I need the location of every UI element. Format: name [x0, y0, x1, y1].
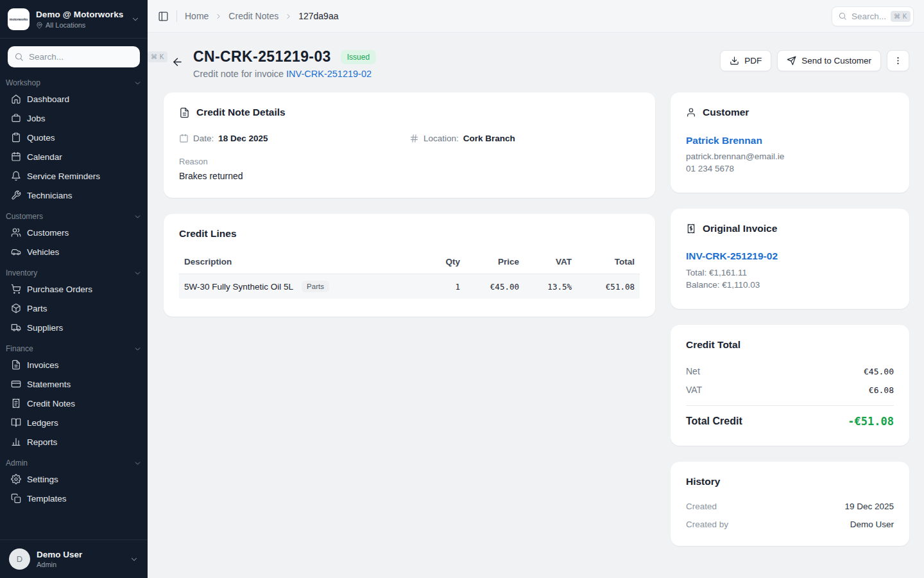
section-finance[interactable]: Finance	[5, 337, 142, 355]
line-description: 5W-30 Fully Synthetic Oil 5L	[184, 282, 293, 292]
sidebar-item-credit-notes[interactable]: Credit Notes	[5, 394, 142, 413]
truck-icon	[11, 322, 21, 333]
section-label: Inventory	[6, 268, 37, 277]
sidebar-item-customers[interactable]: Customers	[5, 223, 142, 242]
sidebar-item-purchase-orders[interactable]: Purchase Orders	[5, 279, 142, 299]
section-admin[interactable]: Admin	[5, 451, 142, 469]
breadcrumb-credit-notes[interactable]: Credit Notes	[228, 11, 278, 21]
sidebar-item-label: Technicians	[27, 191, 73, 200]
org-name: Demo @ Motorworks	[36, 10, 124, 19]
sidebar-item-label: Reports	[27, 437, 57, 447]
app-root: motorworks Demo @ Motorworks All Locatio…	[0, 0, 924, 578]
total-credit-row: Total Credit -€51.08	[686, 415, 894, 428]
chevron-right-icon	[214, 12, 223, 21]
sidebar-item-label: Invoices	[27, 360, 59, 370]
credit-note-details-card: Credit Note Details Date: 18 Dec 2025 Lo…	[164, 92, 655, 198]
sidebar-item-ledgers[interactable]: Ledgers	[5, 413, 142, 432]
credit-lines-card: Credit Lines Description Qty Price VAT T…	[164, 214, 655, 317]
org-logo: motorworks	[8, 8, 30, 30]
sidebar-item-templates[interactable]: Templates	[5, 489, 142, 508]
sidebar-item-label: Quotes	[27, 133, 55, 143]
wrench-icon	[11, 190, 21, 200]
page-content: CN-CRK-251219-03 Issued Credit note for …	[148, 33, 924, 578]
card-title: Credit Total	[686, 339, 740, 351]
section-label: Workshop	[6, 78, 40, 87]
card-title: Original Invoice	[703, 223, 777, 234]
user-info: Demo User Admin	[37, 550, 123, 568]
global-search[interactable]: Search... ⌘ K	[832, 6, 914, 26]
col-price: Price	[460, 257, 519, 267]
back-button[interactable]	[171, 56, 184, 68]
sidebar: motorworks Demo @ Motorworks All Locatio…	[0, 0, 148, 578]
breadcrumb-home[interactable]: Home	[185, 11, 209, 21]
created-by-row: Created by Demo User	[686, 520, 894, 529]
sidebar-item-label: Calendar	[27, 152, 62, 162]
sidebar-item-suppliers[interactable]: Suppliers	[5, 318, 142, 337]
sidebar-item-invoices[interactable]: Invoices	[5, 355, 142, 374]
sidebar-item-label: Dashboard	[27, 94, 69, 104]
bell-icon	[11, 171, 21, 181]
col-description: Description	[184, 257, 415, 267]
download-icon	[730, 56, 739, 66]
car-icon	[11, 247, 21, 257]
sidebar-item-dashboard[interactable]: Dashboard	[5, 89, 142, 109]
section-inventory[interactable]: Inventory	[5, 261, 142, 279]
gear-icon	[11, 474, 21, 484]
sidebar-item-technicians[interactable]: Technicians	[5, 186, 142, 205]
clipboard-icon	[11, 132, 21, 143]
pdf-button[interactable]: PDF	[720, 50, 771, 71]
sidebar-item-parts[interactable]: Parts	[5, 299, 142, 318]
sidebar-nav: Workshop Dashboard Jobs Quotes Calendar	[0, 70, 148, 539]
sidebar-item-label: Templates	[27, 494, 67, 504]
panel-left-icon	[158, 11, 169, 22]
sidebar-search-input[interactable]	[29, 52, 142, 62]
sidebar-item-reports[interactable]: Reports	[5, 432, 142, 451]
chevron-down-icon	[133, 345, 142, 353]
send-icon	[787, 56, 796, 66]
section-label: Customers	[6, 212, 43, 221]
created-label: Created	[686, 502, 717, 511]
col-vat: VAT	[519, 257, 572, 267]
calendar-icon	[11, 152, 21, 162]
section-customers[interactable]: Customers	[5, 205, 142, 223]
sidebar-item-jobs[interactable]: Jobs	[5, 109, 142, 128]
more-actions-button[interactable]	[887, 50, 909, 71]
net-value: €45.00	[864, 367, 894, 376]
sidebar-item-quotes[interactable]: Quotes	[5, 128, 142, 147]
card-title: History	[686, 476, 720, 487]
sidebar-item-service-reminders[interactable]: Service Reminders	[5, 166, 142, 186]
card-title: Credit Lines	[179, 228, 237, 240]
sidebar-toggle-button[interactable]	[158, 11, 169, 22]
home-icon	[11, 94, 21, 104]
credit-lines-table: Description Qty Price VAT Total 5W-30 Fu…	[179, 251, 640, 299]
sidebar-search[interactable]: ⌘ K	[8, 46, 140, 67]
user-menu[interactable]: D Demo User Admin	[0, 539, 148, 578]
org-switcher[interactable]: motorworks Demo @ Motorworks All Locatio…	[0, 0, 148, 39]
page-title: CN-CRK-251219-03	[193, 48, 331, 66]
location-label: Location:	[424, 134, 459, 143]
sidebar-item-calendar[interactable]: Calendar	[5, 147, 142, 166]
date-value: 18 Dec 2025	[218, 134, 268, 143]
sidebar-item-label: Ledgers	[27, 418, 58, 428]
send-to-customer-button[interactable]: Send to Customer	[777, 50, 881, 71]
customer-phone: 01 234 5678	[686, 164, 894, 173]
vat-label: VAT	[686, 385, 702, 395]
divider	[686, 405, 894, 406]
location-field: Location: Cork Branch	[409, 134, 640, 143]
hash-icon	[409, 134, 419, 143]
sidebar-item-statements[interactable]: Statements	[5, 374, 142, 394]
invoice-link[interactable]: INV-CRK-251219-02	[286, 69, 372, 79]
customer-name-link[interactable]: Patrick Brennan	[686, 135, 894, 146]
global-search-placeholder: Search...	[851, 12, 886, 21]
reason-label: Reason	[179, 157, 640, 166]
kebab-menu-icon	[893, 56, 903, 66]
section-label: Admin	[6, 459, 28, 468]
section-workshop[interactable]: Workshop	[5, 71, 142, 89]
total-credit-value: -€51.08	[848, 415, 894, 428]
sidebar-item-vehicles[interactable]: Vehicles	[5, 242, 142, 261]
arrow-left-icon	[171, 56, 184, 68]
original-invoice-link[interactable]: INV-CRK-251219-02	[686, 250, 894, 262]
sidebar-item-settings[interactable]: Settings	[5, 469, 142, 489]
sidebar-item-label: Settings	[27, 475, 58, 484]
search-icon	[838, 12, 847, 21]
